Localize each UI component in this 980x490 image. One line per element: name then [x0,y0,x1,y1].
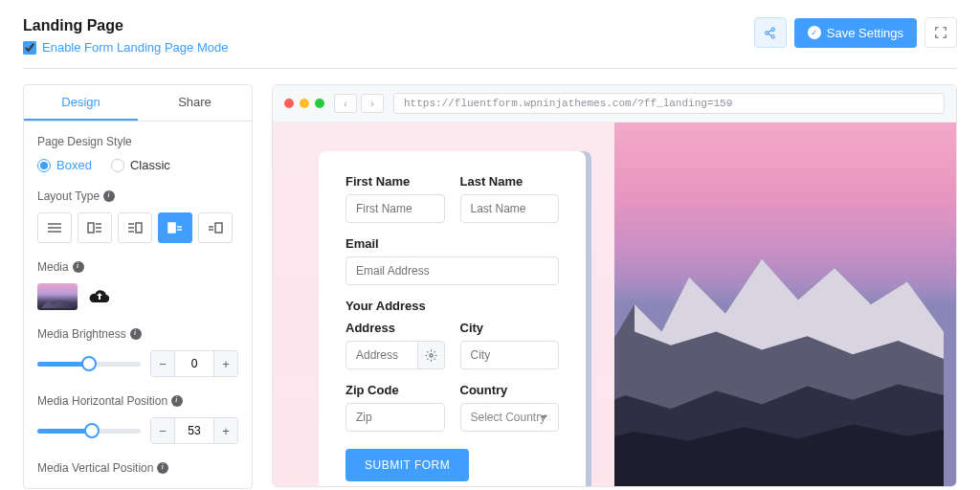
enable-landing-label: Enable Form Landing Page Mode [42,40,228,55]
fullscreen-button[interactable] [924,17,957,48]
media-thumbnail[interactable] [37,283,78,310]
tab-share[interactable]: Share [138,85,252,121]
svg-rect-8 [88,223,94,233]
brightness-input[interactable] [174,351,214,376]
layout-split-right[interactable] [198,212,233,243]
horizontal-slider[interactable] [37,429,141,434]
first-name-label: First Name [345,174,445,189]
first-name-input[interactable] [345,194,445,223]
form-card: First Name Last Name Email [319,151,586,487]
share-icon [764,27,776,39]
save-settings-button[interactable]: ✓ Save Settings [794,18,917,48]
city-label: City [460,321,560,335]
nav-forward-button[interactable]: › [361,94,384,113]
svg-line-3 [768,30,772,32]
check-icon: ✓ [808,26,821,39]
layout-type-label: Layout Type [37,189,238,203]
info-icon [157,462,168,474]
media-label: Media [37,260,238,274]
enable-landing-checkbox[interactable] [23,41,36,55]
layout-split-left[interactable] [158,212,192,243]
svg-point-2 [771,34,774,37]
info-icon [171,395,183,407]
email-input[interactable] [345,256,559,285]
tab-design[interactable]: Design [24,85,138,121]
page-design-style-label: Page Design Style [37,135,238,148]
last-name-input[interactable] [460,194,560,223]
url-bar[interactable]: https://fluentform.wpninjathemes.com/?ff… [393,93,945,114]
info-icon [103,190,115,202]
share-button[interactable] [754,17,787,48]
media-horizontal-label: Media Horizontal Position [37,394,238,408]
layout-left[interactable] [78,212,112,243]
maximize-dot-icon [315,99,324,108]
svg-rect-16 [168,223,175,233]
email-label: Email [345,236,559,251]
zip-label: Zip Code [345,383,445,397]
country-label: Country [460,383,560,397]
brightness-slider[interactable] [37,362,141,367]
page-title: Landing Page [23,17,228,34]
address-section-label: Your Address [345,299,559,313]
close-dot-icon [284,99,294,108]
svg-rect-21 [215,223,222,233]
horizontal-decrease[interactable]: − [151,418,174,443]
radio-boxed[interactable]: Boxed [37,158,92,172]
svg-line-4 [768,33,772,35]
horizontal-input[interactable] [174,418,214,443]
svg-rect-15 [136,223,142,233]
radio-classic[interactable]: Classic [111,158,170,172]
city-input[interactable] [460,341,560,369]
window-controls [284,99,324,108]
info-icon [73,261,84,273]
preview-pane: ‹ › https://fluentform.wpninjathemes.com… [272,84,957,487]
svg-point-0 [771,28,774,31]
fullscreen-icon [934,26,947,39]
country-select[interactable]: Select Country [460,403,560,432]
page-header: Landing Page Enable Form Landing Page Mo… [23,17,957,69]
last-name-label: Last Name [460,174,560,189]
submit-button[interactable]: SUBMIT FORM [345,449,469,481]
address-settings-button[interactable] [417,342,444,368]
minimize-dot-icon [300,99,309,108]
layout-full-center[interactable] [37,212,72,243]
upload-media-button[interactable] [87,286,112,308]
address-label: Address [345,321,445,335]
mountain-image-icon [614,213,944,486]
svg-point-22 [429,353,432,356]
gear-icon [425,349,437,362]
media-brightness-label: Media Brightness [37,327,238,341]
brightness-decrease[interactable]: − [151,351,174,376]
horizontal-increase[interactable]: + [214,418,237,443]
brightness-increase[interactable]: + [214,351,237,376]
preview-image [614,122,956,486]
cloud-upload-icon [87,286,112,305]
svg-point-1 [766,31,768,33]
design-panel: Design Share Page Design Style Boxed Cla… [23,84,253,489]
nav-back-button[interactable]: ‹ [334,94,357,113]
layout-right[interactable] [118,212,152,243]
zip-input[interactable] [345,403,445,432]
info-icon [130,328,142,340]
media-vertical-label: Media Vertical Position [37,461,238,475]
